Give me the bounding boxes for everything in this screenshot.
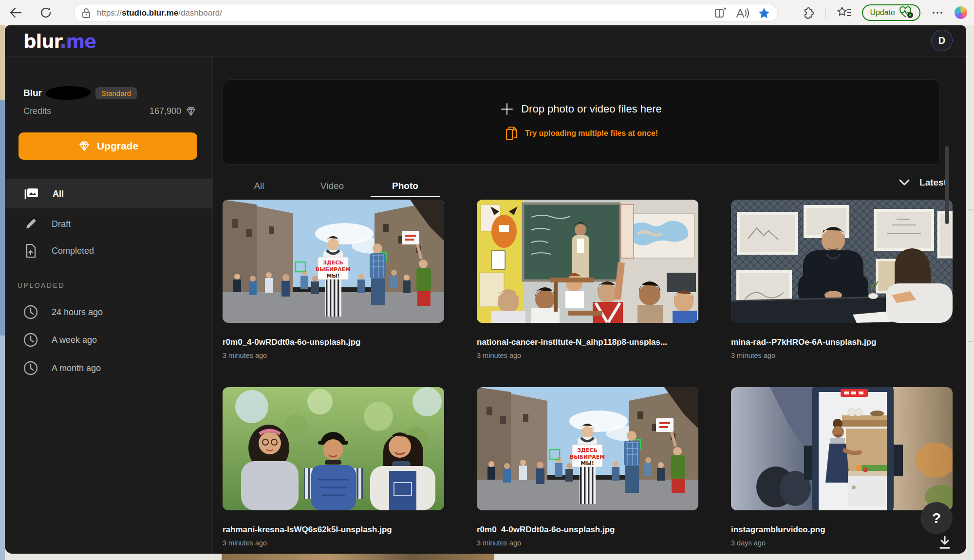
browser-toolbar: https://studio.blur.me/dashboard/: [0, 0, 974, 25]
address-bar[interactable]: https://studio.blur.me/dashboard/: [74, 4, 778, 22]
media-card: rahmani-kresna-lsWQ6s62k5I-unsplash.jpg …: [223, 387, 444, 547]
avatar-initial: D: [938, 35, 945, 46]
tab-photo[interactable]: Photo: [369, 175, 442, 197]
back-button[interactable]: [7, 4, 24, 21]
multiple-files-icon: [505, 125, 519, 142]
media-card: mina-rad--P7kHROe-6A-unsplash.jpg 3 minu…: [731, 200, 953, 359]
scrollbar-thumb[interactable]: [945, 146, 949, 224]
sidebar-divider: [5, 178, 212, 178]
help-button[interactable]: ?: [920, 502, 953, 534]
blurme-logo[interactable]: blur.me: [23, 31, 96, 52]
chevron-down-icon: [899, 179, 910, 186]
desktop-edge-left: [0, 25, 5, 560]
background-window-line: [968, 341, 973, 342]
blurme-app-window: blur.me D Blur Standard Credits 167,900 …: [5, 25, 966, 554]
sidebar-item-a-month[interactable]: A month ago: [5, 356, 212, 380]
sidebar-item-label: 24 hours ago: [52, 307, 103, 317]
thumbnail-kitchen-video[interactable]: [731, 387, 953, 510]
file-time: 3 days ago: [731, 539, 953, 547]
media-card: ЗДЕСЬ ВЫБИРАЕМ МЫ!: [223, 200, 444, 359]
read-aloud-icon[interactable]: [735, 7, 749, 19]
file-name: instagramblurvideo.png: [731, 525, 953, 535]
dropzone-subtitle: Try uploading multiple files at once!: [525, 129, 658, 138]
redacted-account-name: [45, 85, 91, 101]
pencil-icon: [23, 217, 38, 231]
file-time: 3 minutes ago: [223, 352, 444, 359]
svg-text:ВЫБИРАЕМ: ВЫБИРАЕМ: [316, 266, 351, 273]
file-name: mina-rad--P7kHROe-6A-unsplash.jpg: [731, 337, 953, 347]
browser-health-icon: [899, 6, 914, 19]
svg-text:ВЫБИРАЕМ: ВЫБИРАЕМ: [570, 454, 605, 460]
toolbar-divider: [825, 7, 826, 19]
media-card: instagramblurvideo.png 3 days ago: [731, 387, 953, 547]
reload-button[interactable]: [37, 4, 55, 21]
tab-label: Video: [320, 181, 344, 191]
upgrade-button[interactable]: Upgrade: [19, 132, 197, 160]
logo-text: blur: [23, 31, 59, 52]
background-window-line: [968, 209, 973, 210]
back-arrow-icon: [11, 8, 21, 17]
sort-dropdown[interactable]: Latest: [899, 177, 947, 188]
collections-icon[interactable]: [837, 6, 851, 19]
split-screen-icon[interactable]: [714, 7, 727, 19]
upgrade-label: Upgrade: [97, 140, 138, 152]
file-time: 3 minutes ago: [223, 539, 444, 547]
clock-icon: [22, 360, 39, 376]
update-label: Update: [870, 8, 895, 17]
sidebar-item-label: All: [53, 189, 64, 199]
browser-update-button[interactable]: Update: [862, 4, 920, 21]
thumbnail-street-protest[interactable]: ЗДЕСЬ ВЫБИРАЕМ МЫ!: [223, 200, 444, 323]
clock-icon: [22, 332, 39, 348]
media-card: ЗДЕСЬ ВЫБИРАЕМ МЫ!: [477, 387, 698, 547]
tab-all[interactable]: All: [223, 175, 296, 197]
extensions-icon[interactable]: [801, 6, 815, 19]
sidebar-item-all[interactable]: All: [5, 179, 212, 208]
site-info-lock-icon[interactable]: [81, 8, 91, 19]
svg-text:МЫ!: МЫ!: [326, 273, 339, 279]
file-name: r0m0_4-0wRDdt0a-6o-unsplash.jpg: [477, 525, 698, 535]
media-card: national-cancer-institute-N_aihp118p8-un…: [477, 200, 698, 359]
credits-row: Credits 167,900: [23, 104, 197, 118]
tab-video[interactable]: Video: [296, 175, 369, 197]
clock-icon: [22, 304, 39, 320]
uploaded-section-header: UPLOADED: [18, 281, 65, 289]
thumbnail-classroom[interactable]: [477, 200, 698, 323]
favorite-star-icon[interactable]: [758, 7, 770, 19]
upload-dropzone[interactable]: Drop photo or video files here Try uploa…: [223, 79, 940, 165]
logo-accent: .me: [59, 31, 96, 52]
svg-text:МЫ!: МЫ!: [581, 460, 594, 467]
file-time: 3 minutes ago: [477, 539, 698, 547]
sidebar-item-24-hours[interactable]: 24 hours ago: [5, 300, 212, 324]
file-name: national-cancer-institute-N_aihp118p8-un…: [477, 337, 698, 347]
tab-label: All: [254, 181, 264, 191]
gem-icon: [77, 140, 91, 152]
copilot-button[interactable]: [955, 6, 967, 19]
credits-label: Credits: [23, 106, 51, 116]
sidebar-item-completed[interactable]: Completed: [5, 237, 212, 264]
svg-text:ЗДЕСЬ: ЗДЕСЬ: [577, 447, 598, 453]
sidebar-item-a-week[interactable]: A week ago: [5, 328, 212, 352]
help-label: ?: [932, 510, 941, 526]
plan-badge: Standard: [95, 87, 137, 99]
file-name: rahmani-kresna-lsWQ6s62k5I-unsplash.jpg: [223, 525, 444, 535]
credits-value: 167,900: [150, 106, 181, 116]
thumbnail-street-protest[interactable]: ЗДЕСЬ ВЫБИРАЕМ МЫ!: [477, 387, 698, 510]
sidebar-item-draft[interactable]: Draft: [5, 210, 212, 238]
desktop-edge-bottom: [222, 554, 494, 560]
sort-label: Latest: [919, 177, 947, 188]
plus-icon: [501, 103, 513, 115]
svg-text:ЗДЕСЬ: ЗДЕСЬ: [323, 260, 343, 266]
sidebar-item-label: A week ago: [52, 335, 97, 345]
settings-more-button[interactable]: [931, 6, 944, 19]
photos-icon: [23, 187, 39, 201]
tab-label: Photo: [392, 181, 418, 191]
dropzone-title: Drop photo or video files here: [521, 103, 662, 115]
main-content: Drop photo or video files here Try uploa…: [213, 56, 966, 554]
download-button[interactable]: [937, 535, 953, 553]
thumbnail-interview[interactable]: [731, 200, 953, 323]
user-avatar[interactable]: D: [931, 30, 953, 51]
account-name: Blur: [23, 88, 42, 98]
sidebar-item-label: Draft: [52, 219, 71, 229]
media-filter-tabs: All Video Photo: [223, 175, 442, 197]
thumbnail-three-girls[interactable]: [223, 387, 444, 510]
